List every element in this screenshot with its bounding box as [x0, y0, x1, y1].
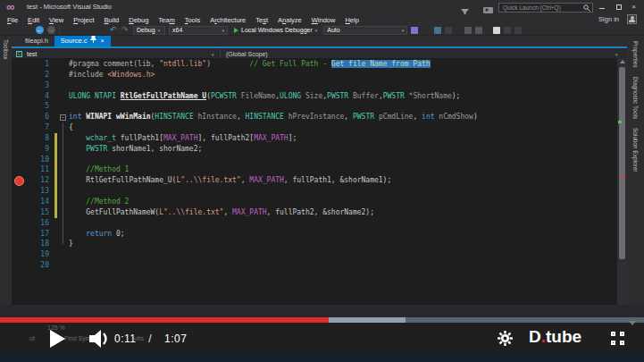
auto-dropdown[interactable]: Auto▾ [323, 26, 407, 35]
menu-build[interactable]: Build [105, 16, 120, 24]
player-controls: 125 % ut Find Sym ults 0:11 / 1:07 [0, 323, 644, 355]
code-line[interactable]: 3 [12, 80, 617, 91]
menu-tools[interactable]: Tools [185, 16, 201, 24]
code-line[interactable]: 19 [12, 249, 617, 260]
code-text: #pragma comment(lib, "ntdll.lib") // Get… [49, 59, 431, 70]
code-line[interactable]: 8 wchar_t fullPath1[MAX_PATH], fullPath2… [12, 133, 617, 144]
sidebar-tab-solution-explorer[interactable]: Solution Explorer [632, 128, 639, 173]
close-tab-icon[interactable]: × [100, 36, 104, 46]
settings-gear-icon[interactable] [498, 331, 513, 349]
navigate-back-icon[interactable]: ← [36, 26, 44, 34]
document-outline-icon[interactable] [434, 27, 441, 34]
code-line[interactable]: 18} [12, 239, 617, 249]
tab-source-c[interactable]: Source.c× [54, 36, 111, 46]
menu-architecture[interactable]: Architecture [210, 16, 246, 24]
dtube-logo-d: D [529, 327, 541, 346]
collapse-region-icon[interactable]: − [60, 114, 66, 121]
navigate-forward-icon[interactable]: → [47, 26, 55, 34]
code-editor[interactable]: 1#pragma comment(lib, "ntdll.lib") // Ge… [12, 58, 617, 305]
code-line[interactable]: 4ULONG NTAPI RtlGetFullPathName_U(PCWSTR… [12, 91, 617, 102]
fold-guide-line [63, 122, 63, 244]
scope-dropdown[interactable]: (Global Scope) [226, 51, 268, 57]
menu-analyze[interactable]: Analyze [278, 16, 302, 24]
code-line[interactable]: 12 RtlGetFullPathName_U(L"..\\file.txt",… [12, 175, 617, 186]
menu-window[interactable]: Window [312, 16, 336, 24]
code-line[interactable]: 11 //Method 1 [12, 164, 617, 175]
pin-icon[interactable] [90, 36, 96, 46]
scope-dropdown-caret-icon[interactable]: ▾ [615, 52, 618, 57]
code-line[interactable]: 16 [12, 218, 617, 229]
quick-launch-placeholder: Quick Launch (Ctrl+Q) [503, 4, 561, 11]
sidebar-tab-diagnostic-tools[interactable]: Diagnostic Tools [632, 77, 639, 119]
code-line[interactable]: 7{ [12, 122, 617, 133]
start-debug-button[interactable]: Local Windows Debugger▾ [231, 26, 320, 35]
fullscreen-button[interactable] [611, 332, 624, 345]
code-line[interactable]: 10 [12, 155, 617, 165]
code-line[interactable]: 2#include <Windows.h> [12, 70, 617, 80]
tab-fileapi-h[interactable]: fileapi.h [19, 36, 54, 46]
play-button[interactable] [50, 330, 65, 348]
code-text [49, 186, 69, 197]
menu-file[interactable]: File [7, 16, 18, 24]
line-number: 5 [12, 101, 49, 112]
code-text [49, 155, 69, 165]
editor-scrollbar[interactable] [617, 58, 627, 305]
menu-team[interactable]: Team [158, 16, 174, 24]
uncomment-icon[interactable] [514, 27, 522, 34]
right-tool-strip: PropertiesDiagnostic ToolsSolution Explo… [627, 36, 644, 317]
indent-increase-icon[interactable] [475, 27, 482, 34]
code-line[interactable]: 14 //Method 2 [12, 197, 617, 207]
menu-help[interactable]: Help [345, 16, 358, 24]
attach-process-icon[interactable] [411, 27, 418, 34]
time-separator: / [148, 333, 152, 345]
vs-panel-tab-ghost: Find Sym [64, 335, 91, 341]
line-number: 7 [12, 122, 49, 133]
vs-panel-tab-ghost: ut [29, 335, 35, 341]
code-line[interactable]: 17 return 0; [12, 229, 617, 240]
sign-in-link[interactable]: Sign in [598, 15, 619, 23]
code-line[interactable]: 15 GetFullPathNameW(L"..\\file.txt", MAX… [12, 207, 617, 218]
comment-icon[interactable] [504, 27, 511, 34]
document-tab-bar: fileapi.hSource.c× [12, 36, 644, 46]
visual-studio-logo-icon: ∞ [6, 0, 14, 14]
code-text: PWSTR shorName1, shorName2; [49, 144, 202, 155]
misc-icon[interactable] [445, 27, 452, 34]
scrollbar-up-icon[interactable] [620, 60, 625, 63]
code-line[interactable]: 20 [12, 260, 617, 271]
menu-edit[interactable]: Edit [28, 16, 39, 24]
bookmark-icon[interactable] [493, 27, 500, 34]
redo-icon[interactable]: ↷ [121, 26, 130, 34]
code-line[interactable]: 6int WINAPI wWinMain(HINSTANCE hInstance… [12, 112, 617, 122]
line-number: 4 [12, 91, 49, 102]
menu-project[interactable]: Project [73, 16, 94, 24]
menu-test[interactable]: Test [255, 16, 268, 24]
undo-icon[interactable]: ↶ [110, 26, 118, 34]
vs-scroll-caret-icon [629, 321, 636, 325]
code-line[interactable]: 13 [12, 186, 617, 197]
dtube-logo[interactable]: D.tube [529, 327, 581, 347]
menu-view[interactable]: View [49, 16, 63, 24]
sidebar-tab-toolbox[interactable]: Toolbox [3, 39, 9, 59]
code-line[interactable]: 1#pragma comment(lib, "ntdll.lib") // Ge… [12, 59, 617, 70]
line-number: 3 [12, 80, 49, 91]
indent-decrease-icon[interactable] [464, 27, 472, 34]
menu-debug[interactable]: Debug [129, 16, 148, 24]
quick-launch-input[interactable]: Quick Launch (Ctrl+Q) [498, 3, 593, 13]
code-line[interactable]: 5 [12, 101, 617, 112]
code-text: //Method 1 [49, 164, 129, 175]
code-text: //Method 2 [49, 197, 129, 207]
volume-icon[interactable] [89, 329, 113, 352]
scrollbar-thumb[interactable] [619, 67, 625, 259]
solution-config-dropdown[interactable]: Debug▾ [133, 26, 165, 35]
avatar[interactable] [627, 14, 637, 24]
restore-button[interactable] [614, 4, 623, 12]
platform-dropdown[interactable]: x64▾ [169, 26, 228, 35]
code-line[interactable]: 9 PWSTR shorName1, shorName2; [12, 144, 617, 155]
project-dropdown-caret-icon[interactable]: ▾ [212, 52, 214, 57]
line-number: 8 [12, 133, 49, 144]
project-dropdown[interactable]: test [27, 51, 37, 57]
scrollbar-mark-breakpoint [622, 175, 625, 178]
sidebar-tab-properties[interactable]: Properties [632, 41, 639, 68]
minimize-button[interactable] [597, 4, 606, 12]
close-button[interactable]: × [629, 4, 639, 12]
